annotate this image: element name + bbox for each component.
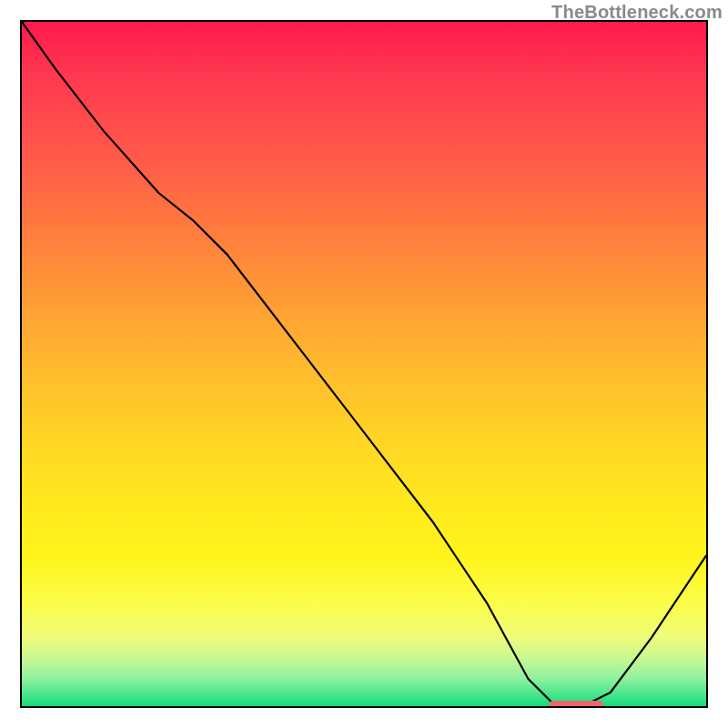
optimal-marker: [549, 701, 603, 706]
chart-svg: [22, 22, 706, 706]
bottleneck-curve: [22, 22, 706, 706]
plot-area: [20, 20, 708, 708]
chart-frame: TheBottleneck.com: [0, 0, 728, 728]
